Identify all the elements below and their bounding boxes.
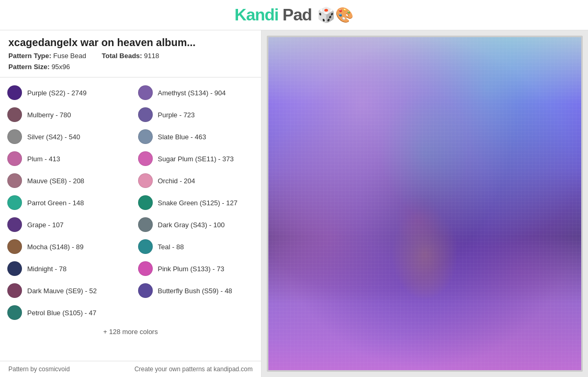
logo-icon: 🎲🎨 [317, 6, 354, 24]
color-swatch [7, 173, 22, 188]
beads-value: 9118 [144, 52, 159, 60]
main-content: xcagedangelx war on heaven album... Patt… [0, 30, 588, 377]
color-name: Grape - 107 [27, 221, 63, 229]
color-item: Butterfly Bush (S59) - 48 [131, 280, 262, 302]
color-swatch [7, 261, 22, 276]
color-name: Silver (S42) - 540 [27, 133, 80, 141]
color-name: Orchid - 204 [158, 177, 196, 185]
pattern-type-label: Pattern Type: [8, 52, 51, 60]
color-name: Mocha (S148) - 89 [27, 243, 84, 251]
color-name: Purple - 723 [158, 111, 195, 119]
color-name: Midnight - 78 [27, 265, 66, 273]
color-swatch [138, 239, 153, 254]
color-swatch [7, 195, 22, 210]
color-swatch [7, 283, 22, 298]
color-name: Dark Mauve (SE9) - 52 [27, 287, 97, 295]
pattern-type-value: Fuse Bead [53, 52, 86, 60]
color-list: Purple (S22) - 2749Amethyst (S134) - 904… [0, 77, 261, 361]
color-name: Amethyst (S134) - 904 [158, 89, 226, 97]
color-swatch [7, 217, 22, 232]
color-name: Dark Gray (S43) - 100 [158, 221, 225, 229]
color-swatch [7, 151, 22, 166]
color-name: Petrol Blue (S105) - 47 [27, 309, 96, 317]
logo: Kandi Pad [234, 5, 311, 25]
pattern-title: xcagedangelx war on heaven album... [8, 37, 253, 49]
size-value: 95x96 [51, 63, 70, 71]
color-name: Pink Plum (S133) - 73 [158, 265, 224, 273]
page-wrapper: Kandi Pad 🎲🎨 xcagedangelx war on heaven … [0, 0, 588, 377]
attribution: Pattern by cosmicvoid [8, 365, 70, 373]
color-swatch [138, 283, 153, 298]
color-swatch [7, 305, 22, 320]
cta: Create your own patterns at kandipad.com [134, 365, 253, 373]
logo-pad: Pad [278, 5, 312, 24]
pattern-type: Pattern Type: Fuse Bead [8, 52, 86, 60]
color-name: Slate Blue - 463 [158, 133, 207, 141]
color-swatch [138, 151, 153, 166]
color-item: Mulberry - 780 [0, 104, 131, 126]
color-item: Amethyst (S134) - 904 [131, 82, 262, 104]
color-swatch [7, 129, 22, 144]
color-item: Slate Blue - 463 [131, 126, 262, 148]
color-item: Midnight - 78 [0, 258, 131, 280]
color-item: Purple (S22) - 2749 [0, 82, 131, 104]
color-item: Parrot Green - 148 [0, 192, 131, 214]
color-item: Silver (S42) - 540 [0, 126, 131, 148]
color-item: Plum - 413 [0, 148, 131, 170]
color-name: Parrot Green - 148 [27, 199, 84, 207]
pattern-title-box: xcagedangelx war on heaven album... Patt… [0, 30, 261, 77]
pattern-meta: Pattern Type: Fuse Bead Total Beads: 911… [8, 52, 253, 60]
right-panel [262, 30, 588, 377]
color-item: Teal - 88 [131, 236, 262, 258]
color-name: Snake Green (S125) - 127 [158, 199, 238, 207]
color-name: Plum - 413 [27, 155, 60, 163]
color-name: Teal - 88 [158, 243, 184, 251]
color-swatch [138, 85, 153, 100]
color-swatch [138, 173, 153, 188]
total-beads: Total Beads: 9118 [102, 52, 160, 60]
color-item: Petrol Blue (S105) - 47 [0, 302, 131, 324]
color-name: Sugar Plum (SE11) - 373 [158, 155, 234, 163]
color-item: Mauve (SE8) - 208 [0, 170, 131, 192]
left-panel: xcagedangelx war on heaven album... Patt… [0, 30, 262, 377]
color-swatch [138, 217, 153, 232]
color-item: Dark Gray (S43) - 100 [131, 214, 262, 236]
color-item: Orchid - 204 [131, 170, 262, 192]
header: Kandi Pad 🎲🎨 [0, 0, 588, 30]
color-swatch [138, 261, 153, 276]
more-colors: + 128 more colors [0, 324, 261, 340]
color-item: Grape - 107 [0, 214, 131, 236]
footer: Pattern by cosmicvoid Create your own pa… [0, 361, 261, 377]
pattern-image [267, 36, 583, 372]
beads-label: Total Beads: [102, 52, 142, 60]
logo-kandi: Kandi [234, 5, 278, 24]
pattern-size: Pattern Size: 95x96 [8, 63, 70, 71]
pattern-size-row: Pattern Size: 95x96 [8, 63, 253, 71]
color-swatch [7, 107, 22, 122]
color-swatch [7, 85, 22, 100]
color-name: Butterfly Bush (S59) - 48 [158, 287, 232, 295]
color-name: Mauve (SE8) - 208 [27, 177, 84, 185]
color-swatch [138, 129, 153, 144]
color-grid: Purple (S22) - 2749Amethyst (S134) - 904… [0, 82, 261, 324]
color-item: Pink Plum (S133) - 73 [131, 258, 262, 280]
color-item: Dark Mauve (SE9) - 52 [0, 280, 131, 302]
size-label: Pattern Size: [8, 63, 50, 71]
pixel-overlay [268, 37, 581, 370]
color-item: Sugar Plum (SE11) - 373 [131, 148, 262, 170]
color-item: Snake Green (S125) - 127 [131, 192, 262, 214]
color-name: Mulberry - 780 [27, 111, 71, 119]
color-item: Mocha (S148) - 89 [0, 236, 131, 258]
color-swatch [138, 107, 153, 122]
color-name: Purple (S22) - 2749 [27, 89, 86, 97]
color-swatch [7, 239, 22, 254]
color-item: Purple - 723 [131, 104, 262, 126]
color-swatch [138, 195, 153, 210]
